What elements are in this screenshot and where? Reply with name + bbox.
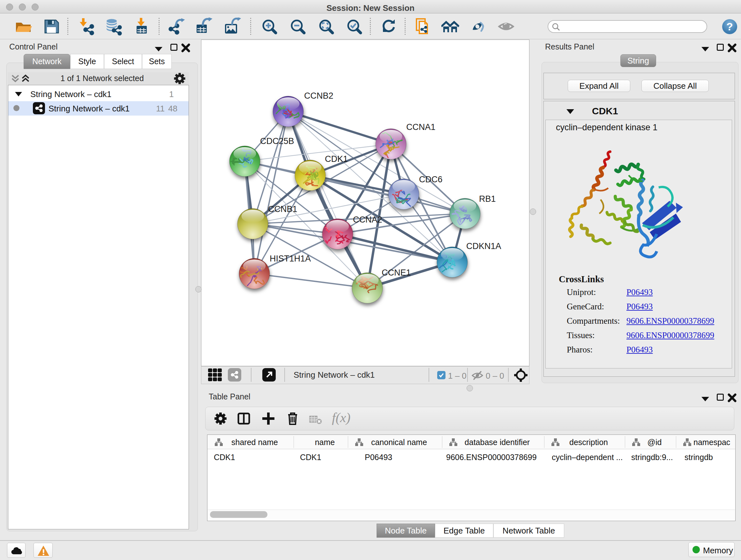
svg-text:CCNB1: CCNB1: [268, 204, 297, 214]
svg-text:CDKN1A: CDKN1A: [466, 241, 501, 251]
svg-text:CDC25B: CDC25B: [260, 136, 294, 146]
svg-text:CCNA2: CCNA2: [353, 215, 382, 225]
svg-text:CCNB2: CCNB2: [304, 91, 333, 101]
svg-text:RB1: RB1: [479, 194, 496, 204]
svg-text:CCNA1: CCNA1: [406, 122, 435, 132]
svg-text:CCNE1: CCNE1: [382, 268, 411, 277]
svg-text:CDC6: CDC6: [419, 175, 443, 184]
svg-text:HIST1H1A: HIST1H1A: [270, 254, 311, 263]
svg-text:CDK1: CDK1: [325, 154, 348, 164]
